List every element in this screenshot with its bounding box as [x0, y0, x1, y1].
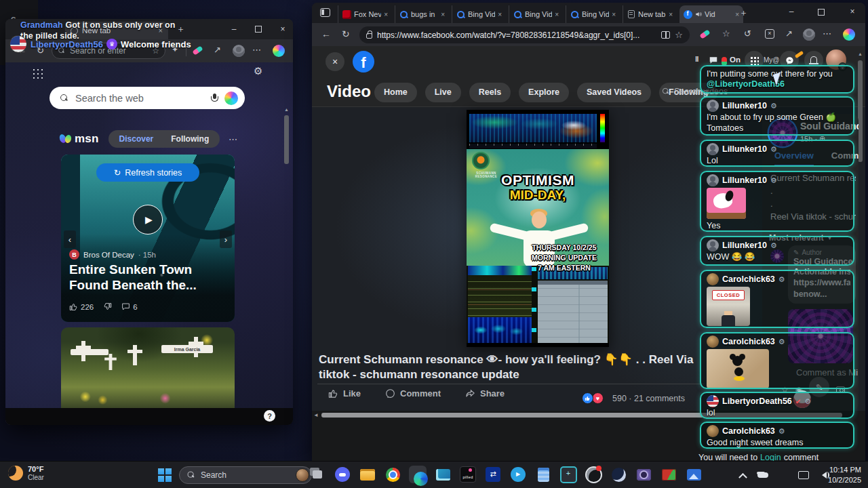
video-nav-pill[interactable]: Reels: [469, 83, 511, 102]
comment-settings-icon[interactable]: ⚙: [770, 176, 777, 185]
irfanview-taskbar-icon[interactable]: [660, 466, 677, 483]
bing-browser-tab[interactable]: bugs in ×: [395, 5, 449, 23]
tab-audio-icon[interactable]: [695, 11, 702, 18]
app-launcher-icon[interactable]: [32, 68, 43, 79]
tab-close-icon[interactable]: ×: [498, 11, 502, 18]
close-window-button[interactable]: ×: [278, 24, 288, 34]
refresh-icon[interactable]: ↻: [342, 28, 350, 39]
bing-browser-tab[interactable]: Bing Vid ×: [509, 5, 563, 23]
comment-settings-icon[interactable]: ⚙: [770, 102, 777, 110]
history-icon[interactable]: ↺: [744, 28, 751, 39]
news-story-card[interactable]: ↻ Refresh stories ▶ ‹ › B Bros Of Decay …: [61, 155, 235, 322]
bing-browser-tab[interactable]: Bing Vid ×: [452, 5, 506, 23]
file-explorer-taskbar-icon[interactable]: [359, 466, 376, 483]
teamviewer-taskbar-icon[interactable]: [484, 466, 502, 483]
thumb-down-icon[interactable]: [103, 302, 112, 311]
video-player[interactable]: SCHUMANN RESONANCE OPTIMISM MID-DAY, THU…: [467, 110, 609, 347]
photos-taskbar-icon[interactable]: [685, 466, 703, 483]
fox-browser-tab[interactable]: Fox Nev ×: [338, 5, 392, 23]
close-window-button[interactable]: ×: [848, 7, 857, 16]
scrollbar-thumb[interactable]: [284, 115, 289, 164]
comment-settings-icon[interactable]: ⚙: [778, 427, 785, 436]
settings-gear-icon[interactable]: ⚙: [254, 65, 262, 77]
scroll-left-icon[interactable]: ◄: [313, 412, 319, 418]
video-nav-pill[interactable]: Live: [425, 83, 461, 102]
split-screen-icon[interactable]: [661, 31, 670, 39]
tab-close-icon[interactable]: ×: [555, 11, 559, 18]
profile-avatar[interactable]: [803, 28, 815, 41]
web-search-bar[interactable]: Search the web: [50, 87, 245, 109]
tab-close-icon[interactable]: ×: [612, 11, 616, 18]
start-button[interactable]: [158, 468, 172, 482]
copilot-icon[interactable]: [224, 92, 238, 105]
facebook-logo[interactable]: f: [353, 51, 374, 73]
steam-taskbar-icon[interactable]: [610, 466, 627, 483]
tab-actions-icon[interactable]: [320, 8, 330, 17]
news-story-card-memorial[interactable]: Irma Garcia: [61, 327, 235, 408]
media-player-taskbar-icon[interactable]: [434, 466, 452, 483]
comments-icon[interactable]: 6: [121, 302, 137, 311]
taskbar-search[interactable]: Search: [179, 466, 312, 484]
mic-icon[interactable]: [211, 94, 218, 103]
post-action-button[interactable]: Comment: [385, 388, 441, 399]
carousel-prev-icon[interactable]: ‹: [64, 230, 76, 248]
scroll-up-icon[interactable]: ▲: [284, 107, 289, 112]
video-nav-pill[interactable]: Saved Videos: [577, 83, 651, 102]
comment-settings-icon[interactable]: ⚙: [804, 397, 811, 406]
video-nav-pill[interactable]: Home: [374, 83, 417, 102]
copilot-icon[interactable]: [843, 28, 855, 41]
new-tab-button[interactable]: ＋: [739, 7, 748, 19]
closed-tabs-icon[interactable]: ×: [765, 29, 774, 39]
scrollbar-thumb[interactable]: [858, 60, 863, 162]
obs-taskbar-icon[interactable]: [585, 466, 602, 483]
discord-taskbar-icon[interactable]: [334, 466, 351, 483]
scroll-up-icon[interactable]: ▲: [858, 52, 863, 56]
share-icon[interactable]: ↗: [785, 28, 793, 39]
microphone-icon[interactable]: [777, 469, 789, 481]
vertical-scrollbar[interactable]: ▲: [284, 107, 290, 425]
msn-feed-tab[interactable]: Following: [163, 131, 217, 146]
comment-settings-icon[interactable]: ⚙: [770, 241, 777, 250]
notepad-taskbar-icon[interactable]: [534, 466, 552, 483]
help-button[interactable]: ?: [264, 410, 275, 422]
newtab-browser-tab[interactable]: New tab ×: [623, 5, 677, 23]
post-action-button[interactable]: Share: [465, 388, 505, 399]
story-title[interactable]: Entire Sunken Town Found Beneath the...: [69, 262, 228, 293]
msn-feed-tab[interactable]: Discover: [111, 131, 162, 146]
snipping-tool-taskbar-icon[interactable]: [559, 466, 577, 483]
favorite-star-icon[interactable]: ☆: [675, 30, 683, 40]
tab-close-icon[interactable]: ×: [441, 11, 445, 18]
edge-taskbar-icon[interactable]: [409, 466, 427, 483]
carousel-next-icon[interactable]: ›: [220, 230, 232, 248]
thumb-up-icon[interactable]: 226: [69, 302, 94, 311]
weather-widget[interactable]: 70°F Clear: [8, 465, 44, 481]
tab-close-icon[interactable]: ×: [669, 11, 673, 18]
task-view-taskbar-icon[interactable]: [309, 466, 326, 483]
favorites-icon[interactable]: ☆: [722, 28, 730, 39]
close-overlay-button[interactable]: ×: [326, 52, 344, 71]
play-button[interactable]: ▶: [133, 205, 163, 235]
extension-pill-icon[interactable]: [699, 29, 710, 39]
refresh-stories-button[interactable]: ↻ Refresh stories: [96, 163, 199, 182]
video-nav-pill[interactable]: Explore: [519, 83, 569, 102]
more-menu-icon[interactable]: ⋯: [252, 45, 261, 55]
feed-more-icon[interactable]: ⋯: [229, 134, 237, 144]
camera-taskbar-icon[interactable]: [635, 466, 652, 483]
taskbar-clock[interactable]: 10:14 PM 10/2/2025: [828, 465, 861, 485]
more-menu-icon[interactable]: ⋯: [823, 28, 831, 39]
copilot-icon[interactable]: [273, 45, 285, 57]
comment-settings-icon[interactable]: ⚙: [770, 145, 777, 154]
display-icon[interactable]: [797, 469, 810, 481]
reaction-summary[interactable]: ♥ 590 · 21 comments: [582, 392, 685, 404]
post-action-button[interactable]: Like: [328, 388, 361, 399]
minimize-button[interactable]: –: [229, 24, 239, 34]
tab-close-icon[interactable]: ×: [384, 11, 388, 18]
minimize-button[interactable]: –: [787, 7, 796, 16]
maximize-button[interactable]: [818, 9, 825, 16]
pilled-taskbar-icon[interactable]: pilled: [459, 466, 477, 483]
telegram-taskbar-icon[interactable]: [509, 466, 527, 483]
extension-pill-icon[interactable]: [192, 45, 203, 55]
back-icon[interactable]: ←: [321, 28, 331, 39]
pause-icon[interactable]: ‖: [695, 55, 698, 63]
address-bar[interactable]: https://www.facebook.com/watch/?v=780828…: [359, 26, 690, 43]
